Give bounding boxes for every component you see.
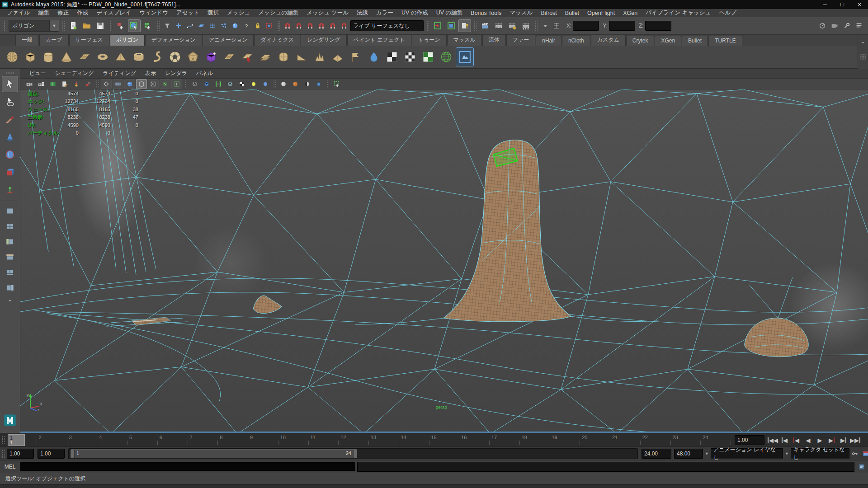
time-slider-frame[interactable]: 24 bbox=[701, 434, 731, 446]
paint-select-tool[interactable] bbox=[2, 111, 18, 127]
save-scene[interactable] bbox=[94, 19, 107, 32]
mask-surfaces[interactable] bbox=[196, 20, 207, 32]
annotations-toggle[interactable] bbox=[171, 79, 182, 89]
chevron-down-icon[interactable]: ▼ bbox=[785, 451, 789, 456]
time-slider[interactable]: 1 1 123456789101112131415161718192021222… bbox=[7, 434, 731, 446]
poly-pipe[interactable] bbox=[130, 48, 147, 66]
motion-blur[interactable] bbox=[290, 79, 301, 89]
current-time-marker[interactable]: 1 1 bbox=[8, 434, 25, 446]
quick-selection-dropdown[interactable] bbox=[540, 20, 551, 32]
panel-menu-item[interactable]: ビュー bbox=[25, 70, 51, 77]
close-button[interactable]: ✕ bbox=[851, 0, 868, 9]
time-slider-frame[interactable]: 4 bbox=[97, 434, 127, 446]
go-to-range-start[interactable]: ◀◀ bbox=[767, 435, 778, 446]
animation-layer-field[interactable]: アニメーション レイヤなし bbox=[711, 448, 783, 459]
open-scene[interactable] bbox=[80, 19, 93, 32]
object-selection-highlight[interactable] bbox=[331, 79, 342, 89]
depth-of-field[interactable] bbox=[313, 79, 324, 89]
shelf-tab[interactable]: nCloth bbox=[562, 36, 590, 46]
step-back-one-key[interactable]: ◀ bbox=[791, 435, 802, 446]
window-titlebar[interactable]: Autodesk Maya 2015: 無題* --- PDW_00_Nude_… bbox=[0, 0, 868, 9]
menu-item[interactable]: 選択 bbox=[203, 9, 223, 17]
command-language-button[interactable]: MEL bbox=[0, 464, 20, 470]
menu-set-selector[interactable]: ポリゴン ▼ bbox=[9, 20, 59, 32]
isolate-select[interactable] bbox=[213, 79, 224, 89]
booleans[interactable] bbox=[257, 48, 274, 66]
ipr-render[interactable] bbox=[506, 19, 519, 32]
textured-display[interactable] bbox=[160, 79, 170, 89]
toolbar-grip[interactable] bbox=[3, 20, 6, 32]
combine[interactable] bbox=[221, 48, 238, 66]
animation-end-field[interactable] bbox=[674, 449, 703, 459]
mask-points[interactable] bbox=[173, 20, 184, 32]
output-connections[interactable] bbox=[445, 19, 458, 32]
new-scene[interactable] bbox=[67, 19, 80, 32]
mask-rendering[interactable] bbox=[230, 20, 241, 32]
play-forwards[interactable]: ▶ bbox=[814, 435, 826, 446]
snap-to-grids[interactable] bbox=[282, 20, 293, 32]
step-forward-one-frame[interactable]: ▶ bbox=[838, 435, 849, 446]
time-slider-frame[interactable]: 21 bbox=[610, 434, 641, 446]
select-by-component[interactable] bbox=[142, 19, 154, 32]
poly-pyramid[interactable] bbox=[112, 48, 129, 66]
poly-soccer-ball[interactable] bbox=[166, 48, 184, 66]
toolbox-grip[interactable] bbox=[5, 71, 15, 74]
poke-faces[interactable] bbox=[311, 48, 328, 66]
snap-to-projected-center[interactable] bbox=[316, 20, 327, 32]
menu-item[interactable]: ヘルプ bbox=[715, 9, 740, 17]
menu-item[interactable]: マッスル bbox=[505, 9, 537, 17]
toolbar-grip[interactable] bbox=[109, 20, 112, 32]
wireframe-on-shaded[interactable] bbox=[189, 79, 200, 89]
maya-logo-button[interactable] bbox=[2, 412, 18, 428]
channel-box-toggle[interactable] bbox=[854, 20, 864, 32]
chevron-down-icon[interactable]: ▼ bbox=[705, 451, 709, 456]
range-start-handle[interactable] bbox=[71, 450, 75, 458]
time-slider-grip[interactable] bbox=[1, 435, 5, 445]
mask-curves[interactable] bbox=[184, 20, 195, 32]
shelf-tab[interactable]: ファー bbox=[506, 34, 536, 46]
time-slider-frame[interactable]: 9 bbox=[248, 434, 278, 446]
lock-selection[interactable] bbox=[252, 20, 263, 32]
move-tool[interactable] bbox=[2, 129, 18, 145]
ncloth-create[interactable] bbox=[383, 48, 401, 66]
layout-split-top[interactable] bbox=[2, 250, 18, 264]
grease-pencil[interactable] bbox=[83, 79, 94, 89]
select-camera[interactable] bbox=[24, 79, 35, 89]
toolbar-grip[interactable] bbox=[156, 20, 160, 32]
layout-menu-button[interactable] bbox=[2, 296, 18, 305]
snap-to-curves[interactable] bbox=[293, 20, 304, 32]
shaded-display[interactable] bbox=[124, 79, 135, 89]
shelf-tab[interactable]: マッスル bbox=[447, 34, 482, 46]
playback-start-field[interactable] bbox=[38, 449, 65, 459]
toolbar-grip[interactable] bbox=[473, 20, 476, 32]
menu-item[interactable]: UV の作成 bbox=[397, 9, 432, 17]
coord-input-y[interactable] bbox=[609, 21, 635, 31]
time-slider-frame[interactable]: 14 bbox=[399, 434, 429, 446]
script-editor-button[interactable] bbox=[856, 461, 867, 473]
time-slider-frame[interactable]: 3 bbox=[67, 434, 98, 446]
coord-input-z[interactable] bbox=[645, 21, 671, 31]
menu-item[interactable]: メッシュの編集 bbox=[254, 9, 302, 17]
xray-joints[interactable] bbox=[225, 79, 236, 89]
time-slider-frame[interactable]: 8 bbox=[218, 434, 248, 446]
go-to-range-end[interactable]: ▶▶ bbox=[849, 435, 861, 446]
shelf-tab[interactable]: Crytek bbox=[626, 36, 655, 46]
panel-menu-item[interactable]: ライティング bbox=[98, 70, 141, 77]
attribute-editor-toggle[interactable] bbox=[829, 20, 840, 32]
menu-item[interactable]: 作成 bbox=[73, 9, 92, 17]
shelf-tab[interactable]: カスタム bbox=[591, 34, 626, 46]
menu-item[interactable]: メッシュ ツール bbox=[302, 9, 353, 17]
scale-tool[interactable] bbox=[2, 164, 18, 180]
layout-single-pane[interactable] bbox=[2, 204, 18, 218]
lasso-select-tool[interactable] bbox=[2, 94, 18, 110]
shelf-tab[interactable]: ダイナミクス bbox=[254, 34, 300, 46]
play-backwards[interactable]: ◀ bbox=[802, 435, 814, 446]
poly-cylinder[interactable] bbox=[40, 48, 57, 66]
open-render-view[interactable] bbox=[479, 19, 491, 32]
image-plane[interactable] bbox=[59, 79, 70, 89]
menu-item[interactable]: UV の編集 bbox=[432, 9, 467, 17]
smooth[interactable] bbox=[275, 48, 292, 66]
viewport-3d[interactable]: 頂点:457445740エッジ:12734127340フェース:81658165… bbox=[20, 89, 868, 432]
rotate-tool[interactable] bbox=[2, 146, 18, 163]
auto-keyframe-toggle[interactable] bbox=[849, 448, 860, 460]
